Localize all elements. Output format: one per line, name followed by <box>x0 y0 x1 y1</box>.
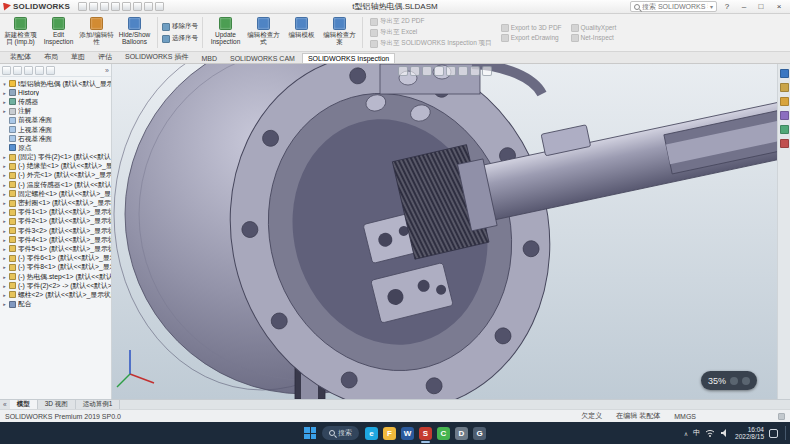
commandmanager-tab[interactable]: SOLIDWORKS CAM <box>224 53 301 63</box>
ime-indicator[interactable]: 中 <box>693 428 700 438</box>
options-gear-icon[interactable] <box>155 2 164 11</box>
tree-item[interactable]: ▸ 零件5<1> (默认<<默认>_显示状态 1>) <box>0 244 111 253</box>
tree-caret-icon[interactable]: ▸ <box>2 246 7 252</box>
tree-item[interactable]: 右视基准面 <box>0 134 111 143</box>
propertymanager-icon[interactable] <box>13 66 22 75</box>
tree-item[interactable]: ▸ 零件2<1> (默认<<默认>_显示状态 1>) <box>0 217 111 226</box>
commandmanager-tab[interactable]: SOLIDWORKS Inspection <box>302 53 395 63</box>
tree-caret-icon[interactable]: ▸ <box>2 172 7 178</box>
view-palette-icon[interactable] <box>780 111 789 120</box>
hide-show-items-icon[interactable] <box>458 66 468 76</box>
tree-caret-icon[interactable]: ▸ <box>2 292 7 298</box>
ribbon-button[interactable]: 编辑检查方式 <box>245 15 282 50</box>
minimize-button[interactable]: – <box>737 2 751 11</box>
tree-item[interactable]: ▸ (-) 绝缘垫<1> (默认<<默认>_显示状态 1>) <box>0 162 111 171</box>
chevron-down-icon[interactable]: ▾ <box>710 3 713 10</box>
close-button[interactable]: × <box>771 2 787 11</box>
configurationmanager-icon[interactable] <box>24 66 33 75</box>
commandmanager-tab[interactable]: 评估 <box>92 50 118 63</box>
taskbar-app[interactable]: W <box>401 422 414 444</box>
ribbon-button[interactable]: 新建检查项目 (imp.b) <box>2 15 39 50</box>
tree-item[interactable]: ▸ History <box>0 88 111 97</box>
tree-caret-icon[interactable]: ▸ <box>2 182 7 188</box>
tree-caret-icon[interactable]: ▸ <box>2 108 7 114</box>
tree-caret-icon[interactable]: ▸ <box>2 301 7 307</box>
file-explorer-icon[interactable] <box>780 97 789 106</box>
solidworks-resources-icon[interactable] <box>780 69 789 78</box>
tree-caret-icon[interactable]: ▸ <box>2 218 7 224</box>
tree-item[interactable]: ▸ (-) 外壳<1> (默认<<默认>_显示状态 1>) <box>0 171 111 180</box>
panel-expand-icon[interactable]: » <box>105 67 109 74</box>
tree-item[interactable]: 前视基准面 <box>0 116 111 125</box>
tree-caret-icon[interactable]: ▸ <box>2 200 7 206</box>
tab-scroll-icon[interactable]: « <box>0 400 10 409</box>
tray-expand-icon[interactable]: ∧ <box>684 430 688 437</box>
taskbar-app[interactable]: F <box>383 422 396 444</box>
volume-icon[interactable] <box>720 428 730 438</box>
tree-caret-icon[interactable]: ▸ <box>2 191 7 197</box>
tree-caret-icon[interactable]: ▸ <box>2 163 7 169</box>
tree-item[interactable]: ▸ 传感器 <box>0 97 111 106</box>
tree-item[interactable]: ▸ 零件1<1> (默认<<默认>_显示状态 1>) <box>0 208 111 217</box>
tree-item[interactable]: ▸ 零件3<2> (默认<<默认>_显示状态 1>) <box>0 226 111 235</box>
design-library-icon[interactable] <box>780 83 789 92</box>
section-view-icon[interactable] <box>422 66 432 76</box>
view-orientation-icon[interactable] <box>434 66 444 76</box>
tree-caret-icon[interactable]: ▸ <box>2 274 7 280</box>
undo-icon[interactable] <box>122 2 131 11</box>
taskbar-app[interactable]: C <box>437 422 450 444</box>
save-icon[interactable] <box>100 2 109 11</box>
graphics-area[interactable]: 35% <box>112 64 777 399</box>
tree-caret-icon[interactable]: ▸ <box>2 209 7 215</box>
tree-item[interactable]: ▸ (-) 零件6<1> (默认<<默认>_显示状态 1>) <box>0 254 111 263</box>
show-desktop-button[interactable] <box>785 426 787 440</box>
new-file-icon[interactable] <box>78 2 87 11</box>
tree-caret-icon[interactable]: ▸ <box>2 264 7 270</box>
ribbon-button[interactable]: Update Inspection <box>207 15 244 50</box>
model-view-tab[interactable]: 3D 视图 <box>38 400 76 409</box>
tree-item[interactable]: ▸ (-) 零件8<1> (默认<<默认>_显示状态 1>) <box>0 263 111 272</box>
ribbon-button[interactable]: Hide/Show Balloons <box>116 15 153 50</box>
tree-item[interactable]: ▸ (-) 零件(2)<2> -> (默认<<默认>_显示状态 1>) <box>0 281 111 290</box>
tree-item[interactable]: 上视基准面 <box>0 125 111 134</box>
ribbon-button[interactable]: 添加/编辑特性 <box>78 15 115 50</box>
tree-item[interactable]: ▾ t型铝轴热电偶 (默认<默认_显示状态-1>) <box>0 79 111 88</box>
commandmanager-tab[interactable]: 装配体 <box>4 50 37 63</box>
ribbon-small-button[interactable]: 移除序号 <box>162 22 198 31</box>
taskbar-search[interactable]: 搜索 <box>322 426 359 440</box>
taskbar-app[interactable]: D <box>455 422 468 444</box>
tree-item[interactable]: ▸ 密封圈<1> (默认<<默认>_显示状态 1>) <box>0 198 111 207</box>
tree-caret-icon[interactable]: ▸ <box>2 255 7 261</box>
wifi-icon[interactable] <box>705 428 715 438</box>
maximize-button[interactable]: □ <box>754 2 768 11</box>
tree-item[interactable]: ▸ (固定) 零件(2)<1> (默认<<默认>_显示状态 1>) <box>0 153 111 162</box>
print-icon[interactable] <box>111 2 120 11</box>
tree-item[interactable]: ▸ 固定螺栓<1> (默认<<默认>_显示状态 1>) <box>0 189 111 198</box>
tree-item[interactable]: ▸ (-) 温度传感器<1> (默认<<默认>_显示状态 1>) <box>0 180 111 189</box>
tree-item[interactable]: ▸ 零件4<1> (默认<<默认>_显示状态 1>) <box>0 235 111 244</box>
notification-icon[interactable] <box>769 429 778 438</box>
taskbar-clock[interactable]: 16:04 2022/8/15 <box>735 426 764 441</box>
taskbar-app[interactable]: S <box>419 422 432 444</box>
tree-caret-icon[interactable]: ▸ <box>2 90 7 96</box>
model-view-tab[interactable]: 运动算例1 <box>76 400 121 409</box>
edit-appearance-icon[interactable] <box>470 66 480 76</box>
open-file-icon[interactable] <box>89 2 98 11</box>
appearances-scenes-icon[interactable] <box>780 125 789 134</box>
scene-icon[interactable] <box>482 66 492 76</box>
ribbon-small-button[interactable]: 选择序号 <box>162 34 198 43</box>
tree-caret-icon[interactable]: ▸ <box>2 237 7 243</box>
tree-item[interactable]: ▸ 注解 <box>0 107 111 116</box>
redo-icon[interactable] <box>133 2 142 11</box>
display-style-icon[interactable] <box>446 66 456 76</box>
help-search[interactable]: ▾ <box>630 1 717 12</box>
model-view-tab[interactable]: 模型 <box>10 400 38 409</box>
dimxpertmanager-icon[interactable] <box>35 66 44 75</box>
custom-properties-icon[interactable] <box>780 139 789 148</box>
tree-item[interactable]: ▸ 螺柱<2> (默认<<默认>_显示状态 1>) <box>0 290 111 299</box>
commandmanager-tab[interactable]: 布局 <box>38 50 64 63</box>
status-tag-icon[interactable] <box>778 413 785 420</box>
tree-caret-icon[interactable]: ▾ <box>2 81 7 87</box>
tree-caret-icon[interactable]: ▸ <box>2 283 7 289</box>
commandmanager-tab[interactable]: SOLIDWORKS 插件 <box>119 50 194 63</box>
